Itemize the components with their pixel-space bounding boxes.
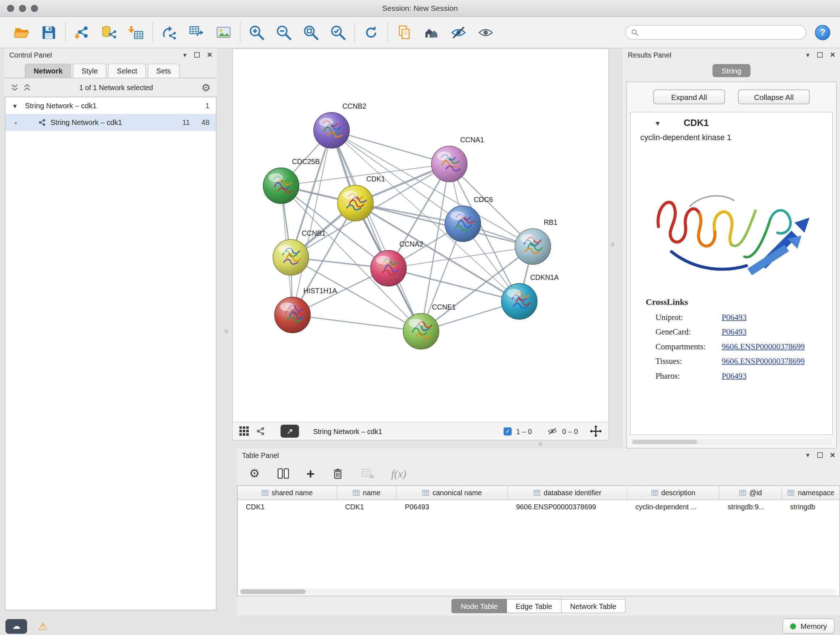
column-header[interactable]: namespace [782, 486, 840, 500]
network-options-gear-icon[interactable]: ⚙ [201, 81, 210, 94]
column-header[interactable]: database identifier [508, 486, 627, 500]
table-options-gear-icon[interactable]: ⚙ [249, 467, 260, 481]
network-edge[interactable] [332, 130, 422, 331]
crosslink-value-link[interactable]: P06493 [722, 313, 747, 322]
crosshair-icon[interactable] [590, 425, 602, 437]
tab-select[interactable]: Select [108, 64, 146, 78]
network-node[interactable] [275, 297, 310, 333]
table-cell[interactable]: CDK1 [238, 500, 337, 515]
refresh-layout-button[interactable] [361, 22, 382, 43]
network-edge[interactable] [332, 130, 450, 164]
tab-edge-table[interactable]: Edge Table [507, 599, 561, 613]
splitter-handle[interactable] [536, 442, 545, 447]
expand-all-icon[interactable] [11, 84, 19, 91]
table-cell[interactable]: CDK1 [337, 500, 397, 515]
panel-collapse-icon[interactable]: ▾ [806, 451, 809, 459]
network-edge[interactable] [355, 203, 533, 247]
panel-collapse-icon[interactable]: ▾ [183, 51, 186, 59]
collapse-all-button[interactable]: Collapse All [738, 90, 810, 105]
open-session-button[interactable] [11, 22, 32, 43]
panel-collapse-icon[interactable]: ▾ [806, 51, 809, 59]
network-edge[interactable] [388, 268, 519, 302]
import-table-button[interactable] [126, 22, 147, 43]
panel-close-icon[interactable]: × [207, 52, 212, 57]
show-all-button[interactable] [475, 22, 496, 43]
table-horizontal-scrollbar[interactable] [240, 589, 836, 595]
zoom-selected-button[interactable] [328, 22, 348, 43]
network-row-selected[interactable]: ● String Network – cdk1 11 48 [5, 114, 216, 131]
zoom-in-button[interactable] [246, 22, 267, 43]
memory-button[interactable]: Memory [783, 619, 835, 634]
network-edge[interactable] [388, 247, 533, 268]
export-network-button[interactable] [159, 22, 180, 43]
create-column-icon[interactable]: + [306, 468, 315, 479]
open-in-browser-button[interactable]: ↗ [281, 424, 299, 438]
tree-expand-icon[interactable]: ▼ [12, 103, 21, 109]
column-header[interactable]: description [627, 486, 720, 500]
tab-network[interactable]: Network [25, 64, 71, 78]
share-network-icon[interactable] [256, 426, 265, 436]
cloud-status-button[interactable]: ☁ [5, 619, 27, 633]
zoom-fit-button[interactable] [301, 22, 321, 43]
window-minimize-button[interactable] [19, 5, 27, 12]
import-network-database-button[interactable] [99, 22, 119, 43]
table-cell[interactable]: 9606.ENSP00000378699 [508, 500, 627, 515]
search-field[interactable] [625, 25, 806, 40]
network-node[interactable] [403, 314, 439, 349]
network-node[interactable] [273, 240, 309, 276]
function-builder-icon[interactable]: f(x) [391, 467, 406, 480]
network-node[interactable] [371, 250, 407, 287]
panel-float-icon[interactable] [817, 453, 822, 458]
window-zoom-button[interactable] [31, 5, 38, 12]
results-scrollbar[interactable] [631, 440, 832, 445]
selected-checkbox-icon[interactable]: ✓ [504, 427, 512, 435]
table-cell[interactable]: stringdb:9... [720, 500, 782, 515]
hide-selected-button[interactable] [448, 22, 469, 43]
network-collection-row[interactable]: ▼ String Network – cdk1 1 [5, 97, 216, 114]
expand-all-button[interactable]: Expand All [653, 90, 725, 105]
delete-column-trash-icon[interactable] [331, 467, 345, 480]
import-network-file-button[interactable] [72, 22, 92, 43]
tab-node-table[interactable]: Node Table [452, 599, 507, 613]
network-node[interactable] [338, 185, 373, 221]
help-button[interactable]: ? [815, 25, 830, 40]
window-close-button[interactable] [7, 5, 14, 12]
column-header[interactable]: @id [720, 486, 782, 500]
table-cell[interactable]: stringdb [782, 500, 840, 515]
panel-float-icon[interactable] [194, 52, 199, 57]
string-tab-badge[interactable]: String [712, 64, 751, 77]
protein-collapse-icon[interactable]: ▼ [654, 119, 661, 127]
warnings-button[interactable]: ⚠ [34, 619, 52, 633]
table-cell[interactable]: cyclin-dependent ... [627, 500, 720, 515]
network-node[interactable] [515, 229, 551, 264]
birds-eye-view-icon[interactable] [240, 426, 249, 436]
tab-network-table[interactable]: Network Table [561, 599, 625, 613]
column-header[interactable]: shared name [238, 486, 337, 500]
splitter-handle[interactable] [610, 240, 615, 249]
network-node[interactable] [445, 206, 481, 242]
panel-close-icon[interactable]: × [830, 453, 835, 458]
export-table-button[interactable] [186, 22, 207, 43]
annotations-button[interactable] [394, 22, 415, 43]
search-input[interactable] [643, 28, 801, 36]
column-header[interactable]: canonical name [397, 486, 508, 500]
network-node[interactable] [501, 283, 537, 319]
splitter-handle[interactable] [224, 327, 229, 336]
zoom-out-button[interactable] [273, 22, 294, 43]
panel-float-icon[interactable] [817, 52, 822, 57]
tab-sets[interactable]: Sets [148, 64, 180, 78]
network-edge[interactable] [293, 315, 422, 331]
crosslink-value-link[interactable]: 9606.ENSP00000378699 [722, 342, 805, 352]
save-session-button[interactable] [39, 22, 59, 43]
collapse-all-icon[interactable] [24, 84, 31, 91]
tab-style[interactable]: Style [73, 64, 106, 78]
table-cell[interactable]: P06493 [397, 500, 508, 515]
crosslink-value-link[interactable]: P06493 [722, 328, 747, 337]
crosslink-value-link[interactable]: 9606.ENSP00000378699 [722, 357, 805, 366]
panel-close-icon[interactable]: × [830, 52, 835, 57]
network-canvas[interactable]: CCNB2CCNA1CDC25BCDK1CDC6RB1CCNB1CCNA2CDK… [233, 49, 608, 422]
network-node[interactable] [314, 112, 349, 149]
export-image-button[interactable] [213, 22, 234, 43]
graphics-details-button[interactable] [421, 22, 442, 43]
show-columns-icon[interactable] [276, 467, 290, 481]
